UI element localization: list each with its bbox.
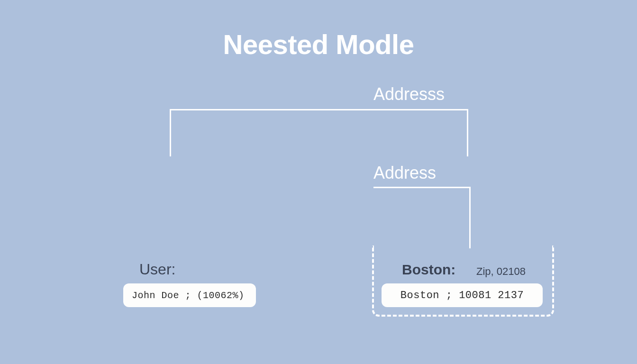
zip-label: Zip, 02108	[476, 265, 526, 278]
addresss-label: Addresss	[373, 84, 445, 104]
boston-label: Boston:	[402, 262, 455, 278]
inner-bracket	[373, 187, 471, 248]
address-label: Address	[373, 163, 436, 183]
boston-value-box: Boston ; 10081 2137	[382, 283, 543, 307]
user-label: User:	[139, 261, 175, 278]
user-value-box: John Doe ; (10062%)	[123, 283, 256, 307]
diagram-title: Neested Modle	[223, 28, 414, 60]
outer-bracket	[170, 109, 468, 156]
